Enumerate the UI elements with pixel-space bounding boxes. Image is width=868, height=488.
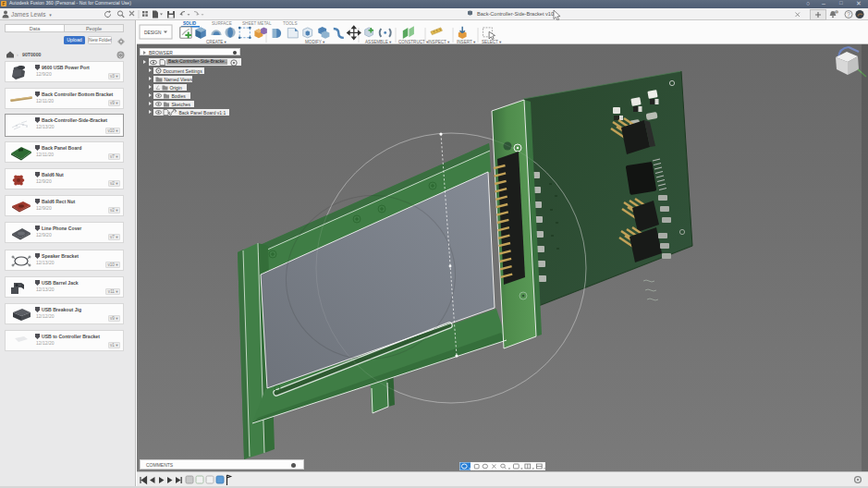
svg-text:TOOLS: TOOLS xyxy=(283,21,298,26)
svg-text:SURFACE: SURFACE xyxy=(212,21,232,26)
svg-text:DESIGN: DESIGN xyxy=(144,30,162,35)
svg-text:INSPECT ▾: INSPECT ▾ xyxy=(428,40,450,44)
svg-text:SELECT ▾: SELECT ▾ xyxy=(482,40,502,44)
svg-text:1: 1 xyxy=(836,11,837,15)
svg-text:CREATE ▾: CREATE ▾ xyxy=(206,40,227,44)
svg-text:SHEET METAL: SHEET METAL xyxy=(242,21,272,26)
svg-text:INSERT ▾: INSERT ▾ xyxy=(457,40,476,44)
svg-text:MODIFY ▾: MODIFY ▾ xyxy=(305,40,325,44)
svg-text:SOLID: SOLID xyxy=(183,21,197,26)
svg-text:ASSEMBLE ▾: ASSEMBLE ▾ xyxy=(365,40,392,44)
svg-text:?: ? xyxy=(847,11,850,18)
svg-text:CONSTRUCT ▾: CONSTRUCT ▾ xyxy=(398,40,429,44)
